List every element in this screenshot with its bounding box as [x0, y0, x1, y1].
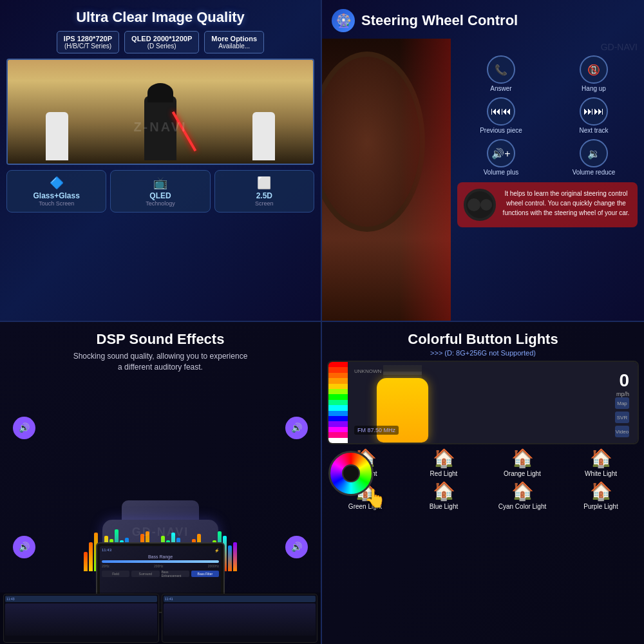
- lights-subtitle: >>> (D: 8G+256G not Supported): [322, 349, 644, 361]
- ctrl-hangup: 📵 Hang up: [550, 55, 638, 92]
- stormtrooper-left: [46, 112, 68, 160]
- strip-green: [328, 394, 348, 399]
- steering-bg: [322, 39, 451, 322]
- nav-icons: Map SVR Video: [615, 397, 629, 437]
- eq-bar-29: [233, 542, 237, 571]
- spec-ips-sub: (H/B/C/T Series): [64, 43, 112, 50]
- nav-icon-video[interactable]: Video: [615, 426, 629, 437]
- feature-row: 🔷 Glass+Glass Touch Screen 📺 QLED Techno…: [0, 165, 321, 213]
- light-label-1: Red Light: [430, 470, 458, 477]
- controls-grid: 📞 Answer 📵 Hang up ⏮⏮ Previous piece ⏭⏭ …: [457, 55, 638, 176]
- speaker-fr: 🔊: [285, 417, 308, 439]
- strip-orange-yellow: [328, 378, 348, 383]
- screen-icon: ⬜: [219, 176, 310, 190]
- section-lights: Colorful Button Lights >>> (D: 8G+256G n…: [322, 322, 644, 644]
- strip-orange: [328, 373, 348, 378]
- ctrl-volup: 🔊+ Volume plus: [457, 139, 545, 176]
- nav-icon-svr[interactable]: SVR: [615, 412, 629, 423]
- strip-yellow-green: [328, 389, 348, 394]
- steering-info-box: It helps to learn the original steering …: [457, 182, 638, 227]
- eq-bar-0: [84, 552, 88, 571]
- strip-red-orange: [328, 367, 348, 372]
- screen-bass-bar: [102, 560, 219, 563]
- hangup-label: Hang up: [582, 85, 606, 92]
- strip-blue: [328, 416, 348, 421]
- house-icon-2: 🏠: [511, 450, 534, 468]
- btn-bass-filter[interactable]: Bass Filter: [191, 571, 219, 577]
- feature-25d: ⬜ 2.5D Screen: [214, 170, 314, 213]
- volup-circle[interactable]: 🔊+: [487, 139, 515, 167]
- ctrl-prev: ⏮⏮ Previous piece: [457, 97, 545, 134]
- btn-surround[interactable]: Surround: [131, 571, 159, 577]
- movie-frame: Z-NAVI: [6, 59, 314, 165]
- watermark-tl: Z-NAVI: [133, 120, 187, 135]
- strip-green-cyan: [328, 400, 348, 405]
- light-label-2: Orange Light: [504, 470, 541, 477]
- strip-white: [328, 438, 348, 443]
- light-item-red-light[interactable]: 🏠 Red Light: [407, 450, 480, 477]
- speed-unit: mp/h: [616, 391, 629, 397]
- feature-25d-sub: Screen: [219, 200, 310, 207]
- strip-blue-purple: [328, 421, 348, 426]
- house-icon-3: 🏠: [590, 450, 612, 468]
- light-item-orange-light[interactable]: 🏠 Orange Light: [486, 450, 559, 477]
- mini-screen-1-content: [5, 603, 157, 636]
- feature-qled-sub: Technology: [115, 200, 205, 207]
- speedometer: 0 mp/h: [616, 370, 629, 397]
- light-item-white-light[interactable]: 🏠 White Light: [564, 450, 638, 477]
- btn-bass-enh[interactable]: Bass Enhancement: [162, 571, 189, 577]
- glass-icon: 🔷: [11, 176, 102, 190]
- house-icon-7: 🏠: [590, 482, 612, 500]
- hangup-circle[interactable]: 📵: [580, 55, 608, 84]
- mini-wheel: [464, 189, 496, 221]
- section-title-lights: Colorful Button Lights: [322, 322, 644, 349]
- red-highlight: [399, 39, 451, 322]
- screen-buttons: Field Surround Bass Enhancement Bass Fil…: [102, 571, 219, 577]
- volup-label: Volume plus: [484, 169, 518, 176]
- light-item-blue-light[interactable]: 🏠 Blue Light: [407, 482, 480, 510]
- feature-qled: 📺 QLED Technology: [110, 170, 210, 213]
- rainbow-sidebar: [328, 362, 348, 443]
- light-label-5: Blue Light: [430, 503, 458, 510]
- controls-panel: GD-NAVI 📞 Answer 📵 Hang up ⏮⏮ Previous p…: [451, 39, 644, 322]
- spec-qled-sub: (D Series): [131, 43, 192, 50]
- mini-screen-2: 11:41: [162, 594, 317, 643]
- speed-number: 0: [616, 370, 629, 391]
- device-display: 0 mp/h Map SVR Video FM 87.50 MHz UNKNOW…: [327, 361, 639, 444]
- mini-screen-2-content: [164, 603, 316, 636]
- answer-circle[interactable]: 📞: [487, 55, 515, 84]
- light-item-purple-light[interactable]: 🏠 Purple Light: [564, 482, 638, 510]
- prev-circle[interactable]: ⏮⏮: [487, 97, 515, 126]
- light-label-6: Cyan Color Light: [498, 503, 546, 510]
- spec-more-main: More Options: [211, 35, 257, 43]
- lights-area: 🏠 No Light 🏠 Red Light 🏠 Orange Light 🏠 …: [322, 444, 644, 515]
- ctrl-answer: 📞 Answer: [457, 55, 545, 92]
- screen-header: 11:43⚡: [102, 548, 219, 553]
- steering-wheel-icon: 🎡: [332, 9, 355, 32]
- spec-ips-main: IPS 1280*720P: [64, 35, 112, 43]
- feature-glass-sub: Touch Screen: [11, 200, 102, 207]
- voldown-circle[interactable]: 🔉: [580, 139, 608, 167]
- feature-qled-title: QLED: [115, 191, 205, 200]
- prev-label: Previous piece: [480, 127, 522, 134]
- section-title-image: Ultra Clear Image Quality: [0, 0, 321, 31]
- spec-qled: QLED 2000*1200P (D Series): [124, 31, 199, 53]
- screen-freq-labels: 20Hz200Hz2000Hz: [102, 564, 219, 568]
- hand-pointer-icon: 👆: [364, 488, 386, 509]
- main-grid: Ultra Clear Image Quality IPS 1280*720P …: [0, 0, 644, 644]
- house-icon-5: 🏠: [433, 482, 455, 500]
- voldown-label: Volume reduce: [573, 169, 616, 176]
- section-title-dsp: DSP Sound Effects: [0, 322, 321, 351]
- feature-glass-title: Glass+Glass: [11, 191, 102, 200]
- nav-icon-map[interactable]: Map: [615, 397, 629, 409]
- specs-row: IPS 1280*720P (H/B/C/T Series) QLED 2000…: [0, 31, 321, 59]
- next-circle[interactable]: ⏭⏭: [580, 97, 608, 126]
- mini-screen-1: 11:43: [3, 594, 159, 643]
- btn-field[interactable]: Field: [102, 571, 129, 577]
- section-title-steering: 🎡 Steering Wheel Control: [322, 0, 644, 39]
- steering-info-text: It helps to learn the original steering …: [501, 189, 631, 218]
- qled-icon: 📺: [115, 176, 205, 190]
- feature-25d-title: 2.5D: [219, 191, 310, 200]
- stormtrooper-right: [252, 112, 275, 160]
- light-item-cyan-color-light[interactable]: 🏠 Cyan Color Light: [486, 482, 559, 510]
